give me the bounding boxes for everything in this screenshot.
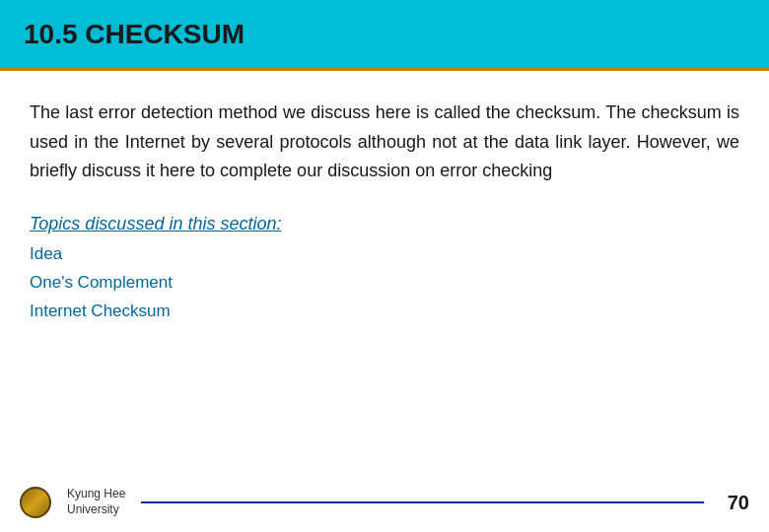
university-logo [20,487,51,518]
slide-title: 10.5 CHECKSUM [24,19,245,50]
university-name-line1: Kyung Hee [67,487,125,502]
header-bar: 10.5 CHECKSUM [0,0,769,71]
university-name-line2: University [67,502,125,518]
slide-container: 10.5 CHECKSUM The last error detection m… [0,0,769,532]
body-paragraph: The last error detection method we discu… [30,99,739,186]
topics-section: Topics discussed in this section: Idea O… [30,214,739,326]
footer-divider [141,501,704,503]
university-name: Kyung Hee University [67,487,125,517]
footer: Kyung Hee University 70 [0,473,769,532]
main-content: The last error detection method we discu… [0,71,769,326]
topic-item-3: Internet Checksum [30,298,739,326]
topic-item-1: Idea [30,240,739,269]
topic-item-2: One's Complement [30,269,739,298]
logo-emblem [20,487,51,518]
page-number: 70 [720,492,749,514]
topics-heading: Topics discussed in this section: [30,214,739,234]
